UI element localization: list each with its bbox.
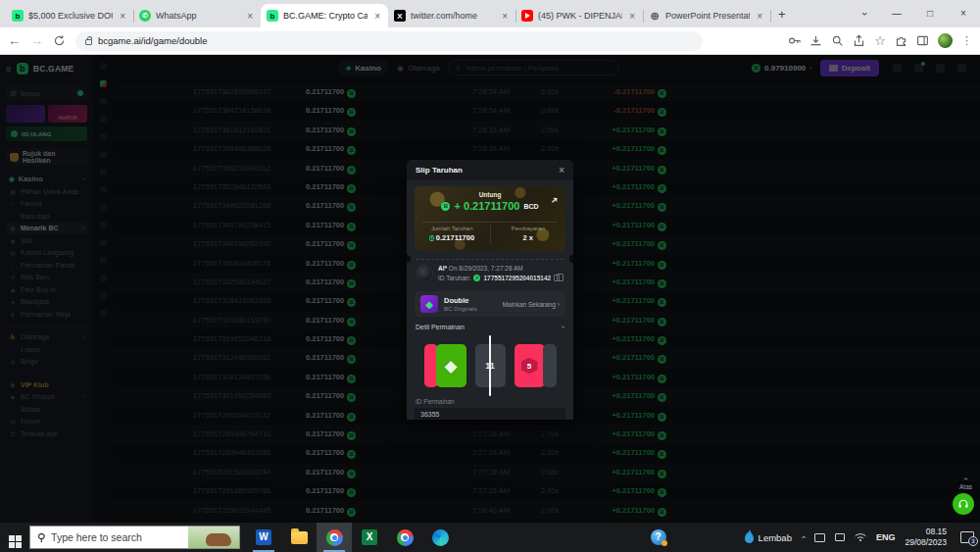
tab-close-icon[interactable]: × <box>245 11 255 22</box>
date-value: 29/08/2023 <box>905 537 947 548</box>
close-window-button[interactable]: × <box>947 0 980 27</box>
result-marker <box>489 335 491 396</box>
share-icon[interactable] <box>853 34 865 47</box>
zoom-icon[interactable] <box>831 34 844 47</box>
user-name: Al* <box>438 265 447 272</box>
battery-icon[interactable] <box>835 533 845 541</box>
notification-center-icon[interactable]: 3 <box>960 531 974 543</box>
weather-widget[interactable]: Lembab <box>745 532 792 543</box>
profile-avatar[interactable] <box>938 33 953 48</box>
game-name: Double <box>444 296 477 305</box>
tabs-container: b$5,000 Exclusive DOU×✆WhatsApp×bBC.GAME… <box>0 0 770 27</box>
tab-close-icon[interactable]: × <box>118 11 127 22</box>
game-provider: BC Originals <box>444 306 477 312</box>
copy-icon[interactable] <box>554 275 560 281</box>
taskbar-chrome-active-icon[interactable] <box>317 523 352 552</box>
taskbar-clock[interactable]: 08.15 29/08/2023 <box>905 527 947 547</box>
tab-search-icon[interactable]: › <box>859 0 871 28</box>
support-chat-button[interactable] <box>953 493 974 515</box>
play-now-link[interactable]: Mainkan Sekarang› <box>503 301 560 308</box>
browser-menu-icon[interactable]: ⋮ <box>961 34 972 47</box>
taskbar-explorer-icon[interactable] <box>281 523 317 552</box>
game-info-row[interactable]: ◆ Double BC Originals Mainkan Sekarang› <box>415 291 565 317</box>
help-app-icon[interactable]: ? <box>651 529 666 545</box>
bookmark-star-icon[interactable]: ☆ <box>874 33 886 48</box>
browser-tab[interactable]: ✆WhatsApp× <box>133 4 261 27</box>
tab-title: (45) PWK - DIPENJARA <box>538 11 622 21</box>
forward-icon[interactable]: → <box>30 33 43 48</box>
chevron-right-icon: › <box>558 301 560 308</box>
taskbar-search-placeholder: Type here to search <box>51 531 142 543</box>
tab-close-icon[interactable]: × <box>500 11 510 22</box>
tab-title: $5,000 Exclusive DOU <box>28 11 113 21</box>
atas-label: Atas <box>959 483 972 490</box>
taskbar-excel-icon[interactable]: X <box>352 523 387 552</box>
taskbar-chrome-icon[interactable] <box>387 523 422 552</box>
windows-taskbar: ⚲ Type here to search W X ? Lembab › ENG… <box>0 523 980 552</box>
tablet-mode-icon[interactable] <box>814 533 825 542</box>
bet-slip-modal: Slip Taruhan × Untung B + 0.21711700 BCD… <box>407 160 573 420</box>
headset-icon <box>957 498 969 510</box>
user-avatar <box>416 265 433 282</box>
game-detail-toggle[interactable]: Detil Permainan › <box>416 323 564 331</box>
tab-close-icon[interactable]: × <box>372 11 382 22</box>
side-panel-icon[interactable] <box>916 34 929 47</box>
hidden-icons-chevron[interactable]: › <box>798 536 808 539</box>
new-tab-button[interactable]: + <box>778 7 786 22</box>
modal-close-icon[interactable]: × <box>559 165 564 176</box>
language-indicator[interactable]: ENG <box>876 532 896 542</box>
bet-id-value: 1775517295204015142 <box>483 275 551 281</box>
url-text[interactable]: bcgame.ai/id/game/double <box>98 35 207 46</box>
wifi-icon[interactable] <box>855 532 866 542</box>
win-summary-card: Untung B + 0.21711700 BCD ➔ Jumlah Taruh… <box>415 186 565 251</box>
bet-amount-label: Jumlah Taruhan <box>415 226 490 231</box>
scroll-to-top[interactable]: › Atas <box>959 475 972 490</box>
result-tile-gem: ◆ <box>436 344 466 387</box>
tab-close-icon[interactable]: × <box>755 11 764 22</box>
lock-icon <box>85 39 92 45</box>
modal-title: Slip Taruhan <box>416 166 463 175</box>
verified-check-icon: ✓ <box>473 275 480 281</box>
taskbar-edge-icon[interactable] <box>422 523 458 552</box>
start-button[interactable] <box>0 527 29 548</box>
tab-title: BC.GAME: Crypto Casi <box>283 11 368 21</box>
bc-favicon: b <box>267 10 278 22</box>
taskbar-search-input[interactable]: ⚲ Type here to search <box>29 526 240 549</box>
bcd-coin-icon: B <box>429 235 433 241</box>
payout-value: 2 x <box>491 233 566 242</box>
browser-tab[interactable]: Xtwitter.com/home× <box>388 4 515 27</box>
back-icon[interactable]: ← <box>8 33 21 48</box>
tab-title: WhatsApp <box>156 11 240 21</box>
game-id-label: ID Permainan <box>416 398 455 405</box>
bet-id-label: ID Taruhan: <box>438 275 470 281</box>
minimize-button[interactable]: — <box>880 0 913 27</box>
currency-label: BCD <box>523 203 538 210</box>
bet-amount-value: B 0.21711700 <box>415 233 490 243</box>
humidity-droplet-icon <box>745 532 754 543</box>
browser-tab[interactable]: (45) PWK - DIPENJARA× <box>515 4 643 27</box>
reload-icon[interactable] <box>53 34 66 47</box>
maximize-button[interactable]: □ <box>913 0 947 27</box>
extensions-icon[interactable] <box>895 34 907 47</box>
url-bar[interactable]: bcgame.ai/id/game/double <box>75 31 703 51</box>
game-id-value[interactable]: 36355 <box>415 408 565 420</box>
tab-close-icon[interactable]: × <box>627 11 637 22</box>
result-tile-5: 5 <box>514 344 545 387</box>
search-icon: ⚲ <box>37 531 45 544</box>
toolbar-actions: ☆ ⋮ <box>788 33 972 48</box>
taskbar-word-icon[interactable]: W <box>246 523 281 552</box>
password-key-icon[interactable] <box>788 34 801 47</box>
tab-title: twitter.com/home <box>411 11 495 21</box>
search-highlight-image[interactable] <box>188 527 239 549</box>
install-icon[interactable] <box>809 34 822 47</box>
windows-logo-icon <box>9 535 22 548</box>
untung-label: Untung <box>415 186 565 198</box>
browser-tab[interactable]: bBC.GAME: Crypto Casi× <box>261 4 388 27</box>
bc-favicon: b <box>12 10 24 22</box>
system-tray: ? Lembab › ENG 08.15 29/08/2023 3 <box>651 527 980 547</box>
notification-badge: 3 <box>968 536 978 546</box>
browser-tab[interactable]: b$5,000 Exclusive DOU× <box>6 4 133 27</box>
taskbar-apps: W X <box>246 523 458 552</box>
whatsapp-favicon: ✆ <box>139 10 151 22</box>
browser-tab[interactable]: ⊕PowerPoint Presentati× <box>643 4 770 27</box>
